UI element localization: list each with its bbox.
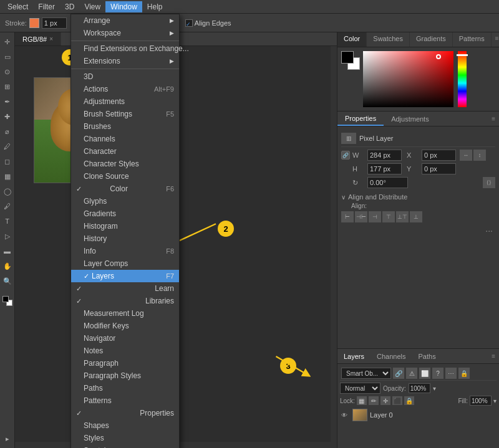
tool-eyedrop[interactable]: ✒: [1, 95, 14, 108]
fill-arrow[interactable]: ▾: [493, 398, 497, 404]
menu-window[interactable]: Window: [105, 1, 142, 12]
y-input[interactable]: [422, 163, 456, 174]
menu-item-navigator[interactable]: Navigator: [71, 332, 179, 345]
width-input[interactable]: [367, 150, 402, 161]
menu-item-extensions[interactable]: Extensions: [71, 55, 179, 67]
color-panel-menu-btn[interactable]: ≡: [492, 32, 499, 47]
menu-item-color[interactable]: Color F6: [71, 183, 179, 195]
flip-v-btn[interactable]: ↕: [473, 150, 486, 161]
menu-item-styles[interactable]: Styles: [71, 432, 179, 444]
canvas-tab[interactable]: RGB/8# ×: [15, 32, 61, 45]
layer-tool-mask[interactable]: ⬜: [419, 368, 430, 379]
menu-item-layer-comps[interactable]: Layer Comps: [71, 257, 179, 270]
align-left-icon[interactable]: ⊢: [341, 211, 354, 222]
menu-item-info[interactable]: Info F8: [71, 245, 179, 257]
menu-item-character[interactable]: Character: [71, 145, 179, 158]
menu-item-patterns[interactable]: Patterns: [71, 394, 179, 407]
layer-tool-link[interactable]: 🔗: [393, 368, 404, 379]
adjustments-tab[interactable]: Adjustments: [384, 113, 437, 125]
spectrum-picker[interactable]: [436, 54, 441, 59]
menu-filter[interactable]: Filter: [33, 1, 60, 12]
tool-path[interactable]: ▷: [1, 229, 14, 243]
smart-object-filter[interactable]: Smart Ob...: [341, 368, 391, 379]
blend-mode-select[interactable]: Normal: [340, 383, 380, 394]
lock-position-btn[interactable]: ✛: [380, 396, 390, 405]
tab-close-btn[interactable]: ×: [49, 36, 53, 42]
menu-item-layers[interactable]: ✓ Layers F7: [71, 270, 179, 282]
menu-select[interactable]: Select: [2, 1, 33, 12]
scroll-right[interactable]: [331, 46, 337, 448]
tool-dodge[interactable]: ◯: [1, 184, 14, 198]
menu-item-clone-source[interactable]: Clone Source: [71, 170, 179, 183]
flip-h-btn[interactable]: ↔: [460, 150, 472, 161]
opacity-arrow[interactable]: ▾: [433, 385, 436, 392]
channels-tab[interactable]: Channels: [371, 350, 412, 363]
layer-tool-fx[interactable]: ⚠: [406, 368, 417, 379]
menu-item-learn[interactable]: Learn: [71, 282, 179, 295]
x-input[interactable]: [422, 150, 456, 161]
opacity-input[interactable]: [409, 383, 430, 393]
menu-view[interactable]: View: [79, 1, 105, 12]
layer-eye-icon[interactable]: 👁: [341, 412, 350, 419]
tool-expand[interactable]: ▸: [1, 432, 14, 446]
tool-brush[interactable]: ⌀: [1, 125, 14, 138]
properties-tab[interactable]: Properties: [337, 112, 384, 126]
swatches-tab[interactable]: Swatches: [367, 32, 410, 47]
lock-all-btn[interactable]: 🔒: [404, 396, 414, 405]
foreground-color[interactable]: [341, 51, 354, 64]
menu-item-3d[interactable]: 3D: [71, 70, 179, 83]
tool-gradient[interactable]: ▦: [1, 169, 14, 183]
tool-crop[interactable]: ⊞: [1, 80, 14, 93]
menu-item-notes[interactable]: Notes: [71, 345, 179, 357]
fill-input[interactable]: [470, 396, 492, 406]
menu-item-brush-settings[interactable]: Brush Settings F5: [71, 108, 179, 120]
tool-lasso[interactable]: ⊙: [1, 65, 14, 79]
menu-item-properties[interactable]: Properties: [71, 407, 179, 419]
menu-3d[interactable]: 3D: [60, 1, 79, 12]
paths-tab[interactable]: Paths: [412, 350, 442, 363]
height-input[interactable]: [367, 163, 402, 174]
tool-eraser[interactable]: ◻: [1, 155, 14, 168]
tool-zoom[interactable]: 🔍: [1, 274, 14, 288]
color-tab[interactable]: Color: [337, 32, 367, 47]
align-edges-checkbox[interactable]: ✓: [185, 19, 193, 27]
tool-text[interactable]: T: [1, 214, 14, 228]
menu-item-shapes[interactable]: Shapes: [71, 419, 179, 432]
menu-item-paths[interactable]: Paths: [71, 382, 179, 394]
menu-item-find-extensions[interactable]: Find Extensions on Exchange...: [71, 42, 179, 55]
menu-item-channels[interactable]: Channels: [71, 133, 179, 145]
menu-item-actions[interactable]: Actions Alt+F9: [71, 83, 179, 95]
align-bottom-icon[interactable]: ⊥: [410, 211, 422, 222]
tool-foreground-bg[interactable]: [1, 294, 14, 308]
menu-item-history[interactable]: History: [71, 232, 179, 245]
menu-item-glyphs[interactable]: Glyphs: [71, 195, 179, 207]
menu-item-paragraph[interactable]: Paragraph: [71, 357, 179, 369]
menu-item-modifier-keys[interactable]: Modifier Keys: [71, 320, 179, 332]
menu-item-brushes[interactable]: Brushes: [71, 120, 179, 133]
align-top-icon[interactable]: ⊤: [382, 211, 395, 222]
tool-shape[interactable]: ▬: [1, 244, 14, 258]
stroke-value-input[interactable]: [42, 17, 67, 29]
lock-artboard-btn[interactable]: ⬛: [392, 396, 402, 405]
tool-pen[interactable]: 🖋: [1, 199, 14, 213]
menu-item-libraries[interactable]: Libraries: [71, 295, 179, 307]
tool-hand[interactable]: ✋: [1, 259, 14, 273]
patterns-tab[interactable]: Patterns: [453, 32, 492, 47]
align-center-h-icon[interactable]: ⊣⊢: [355, 211, 367, 222]
layers-panel-menu[interactable]: ≡: [488, 350, 499, 362]
lock-image-btn[interactable]: ✏: [369, 396, 379, 405]
menu-item-measurement-log[interactable]: Measurement Log: [71, 307, 179, 320]
tool-clone[interactable]: 🖊: [1, 140, 14, 153]
layer-row-0[interactable]: 👁 Layer 0: [340, 407, 497, 422]
tool-heal[interactable]: ✚: [1, 110, 14, 123]
align-right-icon[interactable]: ⊣: [369, 211, 381, 222]
properties-panel-menu[interactable]: ≡: [488, 113, 499, 125]
more-options-btn[interactable]: ...: [341, 222, 495, 235]
rotate-btn[interactable]: ⟨⟩: [483, 177, 495, 188]
gradients-tab[interactable]: Gradients: [410, 32, 453, 47]
rotation-input[interactable]: [367, 177, 408, 188]
menu-item-histogram[interactable]: Histogram: [71, 220, 179, 232]
align-center-v-icon[interactable]: ⊥⊤: [396, 211, 409, 222]
menu-help[interactable]: Help: [142, 1, 168, 12]
menu-item-paragraph-styles[interactable]: Paragraph Styles: [71, 369, 179, 382]
